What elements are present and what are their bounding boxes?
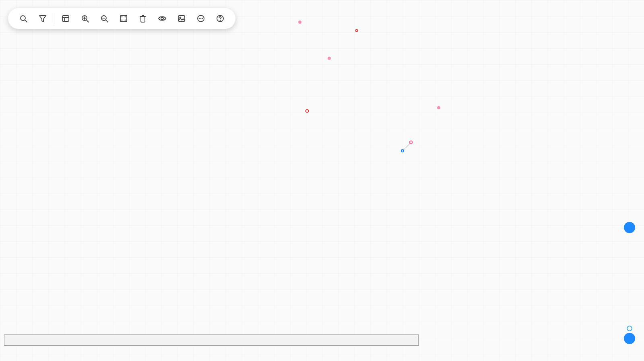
svg-line-7: [87, 20, 89, 22]
zoom-out-button[interactable]: [95, 9, 114, 28]
svg-rect-13: [120, 15, 127, 22]
svg-point-23: [201, 18, 201, 19]
graph-node[interactable]: [437, 106, 440, 109]
fit-screen-button[interactable]: [114, 9, 133, 28]
zoom-reset-button[interactable]: [627, 326, 632, 331]
svg-marker-2: [39, 16, 46, 22]
search-icon: [19, 14, 28, 23]
zoom-in-button[interactable]: [75, 9, 95, 28]
graph-canvas[interactable]: [0, 0, 644, 361]
svg-point-24: [202, 18, 203, 19]
svg-point-15: [125, 17, 126, 17]
graph-node[interactable]: [305, 109, 309, 113]
toolbar: [8, 8, 235, 29]
comment-button[interactable]: [191, 9, 211, 28]
delete-button[interactable]: [133, 9, 153, 28]
graph-node[interactable]: [298, 21, 301, 24]
svg-point-20: [180, 17, 181, 18]
eye-icon: [158, 14, 167, 23]
stats-panel: [616, 7, 632, 8]
panel-layout-button[interactable]: [56, 9, 75, 28]
toolbar-separator: [54, 13, 54, 24]
legend-panel: [4, 334, 419, 346]
image-icon: [177, 14, 186, 23]
svg-point-26: [220, 21, 221, 21]
zoom-minus-button[interactable]: [624, 333, 635, 344]
graph-node[interactable]: [355, 29, 358, 32]
trash-icon: [138, 14, 147, 23]
svg-line-11: [106, 20, 108, 22]
comment-icon: [196, 14, 205, 23]
svg-point-18: [161, 17, 163, 20]
legend-edge-types-row: [8, 340, 414, 341]
svg-point-16: [122, 20, 122, 21]
svg-rect-3: [62, 16, 69, 21]
svg-point-22: [199, 18, 200, 19]
graph-node[interactable]: [328, 57, 331, 60]
help-button[interactable]: [211, 9, 230, 28]
svg-point-14: [122, 17, 122, 17]
panel-layout-icon: [61, 14, 70, 23]
svg-point-17: [125, 20, 126, 21]
filter-icon: [38, 14, 47, 23]
image-export-button[interactable]: [172, 9, 191, 28]
graph-node[interactable]: [409, 141, 413, 144]
svg-rect-19: [178, 16, 185, 21]
zoom-out-icon: [100, 14, 109, 23]
zoom-plus-button[interactable]: [624, 222, 635, 233]
fit-screen-icon: [119, 14, 128, 23]
visibility-button[interactable]: [153, 9, 172, 28]
svg-point-0: [21, 16, 25, 21]
zoom-in-icon: [80, 14, 89, 23]
svg-line-1: [25, 20, 27, 22]
graph-node[interactable]: [401, 149, 404, 152]
filter-button[interactable]: [33, 9, 52, 28]
search-button[interactable]: [14, 9, 33, 28]
help-icon: [216, 14, 225, 23]
